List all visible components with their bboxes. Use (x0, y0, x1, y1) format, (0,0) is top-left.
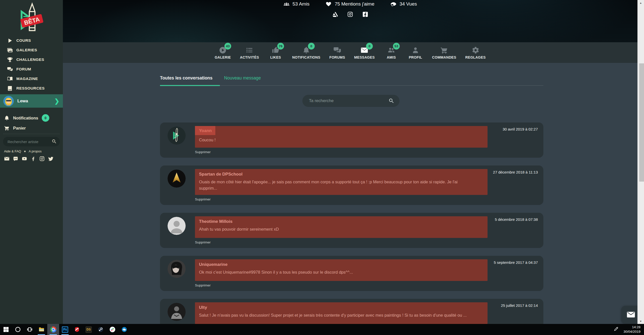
search-icon[interactable] (52, 139, 57, 144)
badge-messages: 0 (366, 43, 373, 50)
chrome-icon (50, 326, 56, 332)
conversation-search (302, 95, 399, 107)
sidebar-notifications[interactable]: Notifications 0 (0, 114, 63, 122)
sidebar-item-magazine[interactable]: MAGAZINE (0, 74, 63, 83)
conversation-sender-name[interactable]: Spartan de DPSchool (199, 172, 243, 177)
photoshop-button[interactable]: Ps (59, 324, 71, 335)
dot-separator (24, 151, 26, 152)
conversation-avatar (168, 170, 186, 188)
conversation-search-input[interactable] (302, 95, 399, 107)
scrollbar-thumb[interactable] (639, 63, 644, 182)
gallery-icon (7, 47, 13, 53)
photoshop-icon: Ps (62, 326, 68, 333)
instagram-icon[interactable] (39, 156, 45, 161)
tab-messages[interactable]: 0 MESSAGES (354, 45, 375, 63)
user-icon (412, 46, 419, 54)
delete-conversation-link[interactable]: Supprimer (195, 283, 211, 287)
artist-search (3, 137, 60, 146)
cart-icon (440, 46, 448, 54)
sidebar-item-galeries[interactable]: GALERIES (0, 45, 63, 55)
cortana-button[interactable] (12, 324, 24, 335)
stat-friends: 53 Amis (284, 1, 310, 7)
conversation-card[interactable]: Theotime Millois Ahah tu vas pouvoir dor… (160, 213, 543, 248)
conversation-sender-name[interactable]: Yoann (195, 126, 215, 135)
conversation-sender-name[interactable]: Theotime Millois (199, 219, 232, 224)
conversation-card[interactable]: Yoann Coucou ! 30 avril 2019 à 02:27 Sup… (160, 122, 543, 158)
facebook-icon[interactable] (30, 156, 36, 161)
tab-galerie[interactable]: 43 GALERIE (215, 45, 231, 63)
instagram-icon[interactable] (347, 11, 353, 18)
about-link[interactable]: A propos (29, 149, 42, 153)
clock-time: 14:28 (623, 325, 640, 329)
task-view-button[interactable] (24, 324, 35, 335)
tab-reglages[interactable]: REGLAGES (465, 45, 486, 63)
message-preview-block: Yoann Coucou ! (195, 126, 488, 148)
twitter-icon[interactable] (48, 156, 54, 161)
steam-button[interactable] (95, 324, 106, 335)
sidebar-item-cours[interactable]: COURS (0, 36, 63, 45)
tab-profil[interactable]: PROFIL (408, 45, 423, 63)
start-button[interactable] (0, 324, 12, 335)
conversation-card[interactable]: Spartan de DPSchool Ouais de mon côté hi… (160, 165, 543, 205)
youtube-icon[interactable] (22, 156, 27, 161)
conversation-preview: Ouais de mon côté hier était l'apogée...… (199, 179, 484, 191)
message-preview-block: Uniquemarine Ok moi c'est Uniquemarine#9… (195, 259, 488, 281)
tab-commandes[interactable]: COMMANDES (432, 45, 456, 63)
tab-forums[interactable]: FORUMS (329, 45, 345, 63)
discord-icon[interactable] (13, 156, 18, 161)
facebook-icon[interactable] (362, 11, 369, 18)
artstation-icon[interactable] (332, 11, 338, 18)
conversation-avatar (168, 217, 186, 235)
tab-amis[interactable]: 53 AMIS (384, 45, 399, 63)
conversation-preview: Ahah tu vas pouvoir dormir sereinement x… (199, 226, 484, 232)
email-icon[interactable] (4, 156, 10, 161)
conversation-sender-name[interactable]: Uniquemarine (199, 262, 227, 267)
help-link[interactable]: Aide & FAQ (4, 149, 21, 153)
chrome-button[interactable] (47, 324, 59, 335)
search-icon[interactable] (388, 98, 394, 104)
friends-icon (284, 1, 290, 7)
sidebar-item-forum[interactable]: FORUM (0, 64, 63, 74)
badge-likes: 76 (277, 43, 284, 50)
openoffice-button[interactable] (118, 324, 130, 335)
trophy-icon (7, 57, 13, 63)
user-name: Lewa (17, 99, 28, 104)
site-logo[interactable]: BÊTA (11, 1, 52, 36)
cortana-icon (15, 326, 21, 332)
delete-conversation-link[interactable]: Supprimer (195, 197, 211, 201)
daz-studio-button[interactable]: DS (83, 324, 95, 335)
tab-new-message[interactable]: Nouveau message (224, 75, 261, 81)
conversation-preview: Coucou ! (199, 137, 484, 143)
tab-likes[interactable]: 76 LIKES (268, 45, 283, 63)
browser-scrollbar[interactable]: ▲ ▼ (637, 0, 644, 324)
heart-icon (326, 1, 332, 7)
conversation-date: 5 septembre 2017 à 04:37 (494, 260, 538, 265)
taskbar-tray: 14:28 30/04/2019 (613, 324, 644, 335)
delete-conversation-link[interactable]: Supprimer (195, 150, 211, 154)
tab-activites[interactable]: ACTIVITÉS (240, 45, 259, 63)
sidebar-user-row[interactable]: Lewa ❯ (0, 94, 63, 108)
tab-all-conversations[interactable]: Toutes les conversations (160, 75, 213, 81)
bell-icon (4, 115, 10, 121)
pen-tablet-tray-icon[interactable] (613, 326, 619, 333)
conversation-date: 27 décembre 2018 à 11:13 (493, 170, 538, 174)
message-preview-block: Spartan de DPSchool Ouais de mon côté hi… (195, 169, 488, 195)
taskbar-clock[interactable]: 14:28 30/04/2019 (623, 325, 640, 334)
sketchup-button[interactable] (71, 324, 83, 335)
scroll-up-arrow[interactable]: ▲ (637, 1, 644, 5)
slack-button[interactable] (106, 324, 118, 335)
steam-icon (98, 326, 104, 332)
sidebar-item-ressources[interactable]: RESSOURCES (0, 83, 63, 93)
sidebar-item-challenges[interactable]: CHALLENGES (0, 55, 63, 64)
delete-conversation-link[interactable]: Supprimer (195, 240, 211, 244)
scroll-down-arrow[interactable]: ▼ (637, 319, 644, 323)
tab-notifications[interactable]: 0 NOTIFICATIONS (292, 45, 320, 63)
sidebar-footer-links: Aide & FAQ A propos (4, 149, 42, 153)
conversation-card[interactable]: Uniquemarine Ok moi c'est Uniquemarine#9… (160, 256, 543, 291)
conversation-sender-name[interactable]: Ulty (199, 305, 207, 310)
windows-taskbar: Ps DS 14:28 30/04/2019 (0, 324, 644, 335)
book-icon (7, 86, 13, 91)
envelope-icon (626, 310, 635, 319)
sidebar-cart[interactable]: Panier (0, 124, 63, 132)
file-explorer-button[interactable] (35, 324, 47, 335)
